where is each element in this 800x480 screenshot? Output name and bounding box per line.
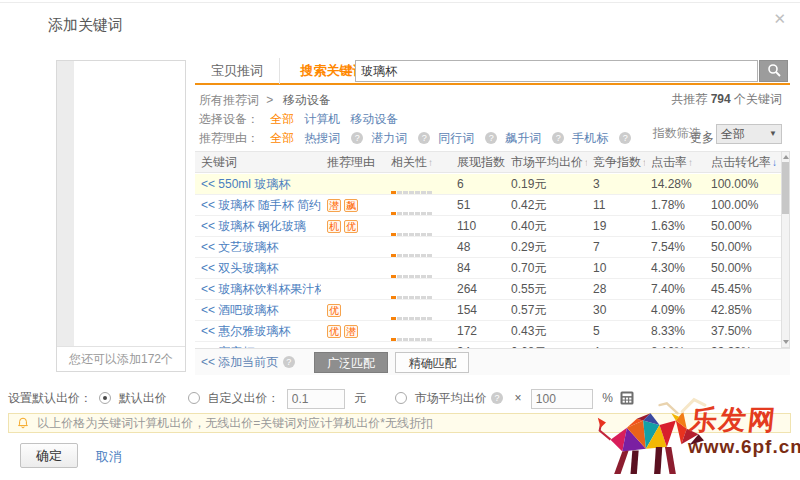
table-row[interactable]: << 惠尔雅玻璃杯优潜1720.43元58.33%37.50%	[195, 321, 781, 342]
reason-option-4[interactable]: 飙升词	[505, 131, 541, 145]
table-row[interactable]: << 550ml 玻璃杯60.19元314.28%100.00%	[195, 174, 781, 195]
close-icon[interactable]: ✕	[773, 10, 786, 28]
search-button[interactable]	[759, 60, 788, 82]
table-row[interactable]: << 双头玻璃杯840.70元104.30%50.00%	[195, 258, 781, 279]
bid-settings-row: 设置默认出价： 默认出价 自定义出价： 元 市场平均出价 ? × %	[8, 386, 634, 410]
help-icon[interactable]: ?	[351, 132, 363, 144]
column-header-label: 展现指数	[457, 155, 505, 169]
warning-text: 以上价格为关键词计算机出价，无线出价=关键词对应计算机出价*无线折扣	[37, 416, 433, 430]
column-header-4[interactable]: 市场平均出价↑	[505, 152, 587, 172]
search-input[interactable]	[355, 60, 758, 82]
column-header-label: 关键词	[201, 155, 237, 169]
ctr-cell: 4.09%	[645, 300, 705, 320]
competition-cell: 11	[587, 195, 645, 215]
keyword-cell: << 双头玻璃杯	[195, 258, 321, 278]
reason-badges-cell: 机优	[321, 216, 385, 236]
keyword-link[interactable]: << 玻璃杯饮料杯果汁杯	[201, 282, 321, 296]
device-option-2[interactable]: 移动设备	[350, 112, 398, 126]
help-icon[interactable]: ?	[283, 356, 295, 368]
add-keywords-dialog: ✕ 添加关键词 您还可以添加172个 宝贝推词 搜索关键词 所有推荐词 > 移动…	[0, 0, 800, 480]
broad-match-button[interactable]: 广泛匹配	[314, 352, 388, 373]
market-percent-input[interactable]	[531, 389, 593, 409]
custom-bid-radio[interactable]	[188, 392, 200, 404]
relevance-segment	[421, 275, 426, 278]
avg-price-cell: 0.40元	[505, 216, 587, 236]
relevance-segment	[427, 191, 432, 194]
relevance-segment	[427, 254, 432, 257]
impressions-cell: 154	[451, 300, 505, 320]
dialog-top-divider	[0, 2, 800, 3]
column-header-6[interactable]: 点击率↑	[645, 152, 705, 172]
scrollbar-thumb[interactable]	[782, 162, 789, 214]
help-icon[interactable]: ?	[552, 132, 564, 144]
confirm-button[interactable]: 确定	[20, 443, 78, 468]
column-header-label: 相关性	[391, 155, 427, 169]
keyword-link[interactable]: << 酒吧玻璃杯	[201, 303, 278, 317]
reason-option-2[interactable]: 潜力词	[371, 131, 407, 145]
relevance-bar	[391, 308, 433, 320]
relevance-segment	[409, 254, 414, 257]
relevance-segment	[421, 233, 426, 236]
help-icon[interactable]: ?	[418, 132, 430, 144]
reason-option-3[interactable]: 同行词	[438, 131, 474, 145]
sort-up-icon: ↑	[688, 157, 693, 168]
reason-option-0[interactable]: 全部	[270, 131, 294, 145]
reason-option-5[interactable]: 手机标	[572, 131, 608, 145]
table-row[interactable]: << 玻璃杯饮料杯果汁杯2640.55元287.40%45.45%	[195, 279, 781, 300]
scroll-down-icon[interactable]	[783, 340, 789, 344]
keyword-link[interactable]: << 双头玻璃杯	[201, 261, 278, 275]
scroll-up-icon[interactable]	[783, 155, 789, 159]
exact-match-button[interactable]: 精确匹配	[395, 352, 469, 373]
tab-product-words[interactable]: 宝贝推词	[195, 58, 280, 84]
relevance-segment	[415, 254, 420, 257]
breadcrumb-current: 移动设备	[283, 93, 331, 107]
keyword-link[interactable]: << 玻璃杯 随手杯 简约	[201, 198, 321, 212]
reason-option-1[interactable]: 热搜词	[304, 131, 340, 145]
table-scrollbar[interactable]	[781, 151, 790, 348]
keyword-link[interactable]: << 文艺玻璃杯	[201, 240, 278, 254]
relevance-segment	[409, 191, 414, 194]
reason-badges-cell: 优	[321, 300, 385, 320]
column-header-label: 推荐理由	[327, 155, 375, 169]
column-header-1[interactable]: 推荐理由	[321, 152, 385, 172]
default-bid-radio[interactable]	[99, 392, 111, 404]
cancel-button[interactable]: 取消	[96, 448, 122, 466]
table-row[interactable]: << 酒吧玻璃杯优1540.57元304.09%42.85%	[195, 300, 781, 321]
relevance-segment	[397, 296, 402, 299]
relevance-segment	[415, 296, 420, 299]
help-icon[interactable]: ?	[491, 392, 503, 404]
keyword-link[interactable]: << 惠尔雅玻璃杯	[201, 324, 290, 338]
keyword-link[interactable]: << 玻璃杯 钢化玻璃	[201, 219, 306, 233]
relevance-segment	[403, 254, 408, 257]
device-option-1[interactable]: 计算机	[304, 112, 340, 126]
column-header-3[interactable]: 展现指数↑	[451, 152, 505, 172]
relevance-segment	[409, 212, 414, 215]
relevance-segment	[391, 212, 396, 215]
keyword-link[interactable]: << 550ml 玻璃杯	[201, 177, 290, 191]
column-header-2[interactable]: 相关性↑	[385, 152, 451, 172]
help-icon[interactable]: ?	[619, 132, 631, 144]
column-header-0[interactable]: 关键词	[195, 152, 321, 172]
market-avg-bid-radio[interactable]	[395, 392, 407, 404]
relevance-segment	[397, 338, 402, 341]
device-option-0[interactable]: 全部	[270, 112, 294, 126]
cvr-cell: 50.00%	[705, 258, 781, 278]
breadcrumb-root[interactable]: 所有推荐词	[199, 93, 259, 107]
column-header-5[interactable]: 竞争指数↑	[587, 152, 645, 172]
reason-badge: 潜	[344, 325, 358, 338]
relevance-segment	[421, 212, 426, 215]
help-icon[interactable]: ?	[485, 132, 497, 144]
column-header-7[interactable]: 点击转化率↓	[705, 152, 781, 172]
table-row[interactable]: << 玻璃杯 钢化玻璃机优1100.40元191.63%50.00%	[195, 216, 781, 237]
index-filter-dropdown[interactable]: 全部 ▼	[716, 124, 782, 144]
relevance-segment	[421, 296, 426, 299]
avg-price-cell: 0.43元	[505, 321, 587, 341]
relevance-segment	[391, 275, 396, 278]
reason-badge: 优	[327, 304, 341, 317]
keyword-cell: << 文艺玻璃杯	[195, 237, 321, 257]
table-row[interactable]: << 玻璃杯 随手杯 简约潜飙510.42元111.78%100.00%	[195, 195, 781, 216]
index-filter-label: 指数筛选：	[653, 126, 713, 140]
add-current-page-link[interactable]: << 添加当前页	[201, 355, 278, 369]
custom-bid-input[interactable]	[287, 389, 345, 409]
table-row[interactable]: << 文艺玻璃杯480.29元77.54%50.00%	[195, 237, 781, 258]
